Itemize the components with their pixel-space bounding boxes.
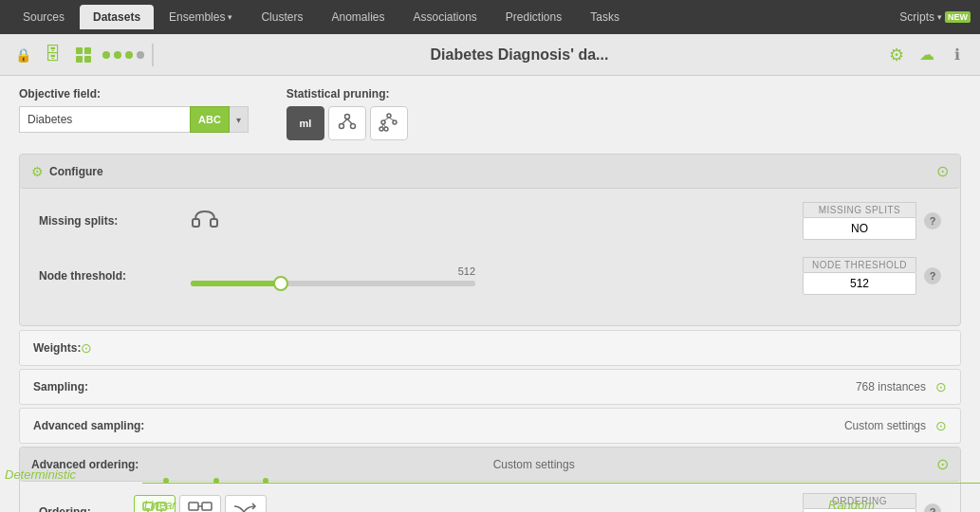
advanced-sampling-toggle-icon: ⊙ xyxy=(935,418,947,433)
missing-splits-field: MISSING SPLITS NO xyxy=(803,202,916,240)
sampling-value: 768 instances xyxy=(856,380,926,393)
sampling-section[interactable]: Sampling: 768 instances ⊙ xyxy=(19,369,961,405)
tree2-icon xyxy=(379,113,399,134)
svg-point-12 xyxy=(379,127,383,131)
svg-line-7 xyxy=(342,119,347,124)
ml-icon: ml xyxy=(299,118,311,129)
missing-splits-help[interactable]: ? xyxy=(924,212,941,229)
svg-rect-18 xyxy=(193,219,199,227)
linear-icon xyxy=(141,501,168,512)
nav-tab-ensembles[interactable]: Ensembles ▾ xyxy=(156,5,246,29)
svg-line-8 xyxy=(347,119,352,124)
nav-tab-anomalies[interactable]: Anomalies xyxy=(318,5,398,29)
progress-dots xyxy=(102,51,144,59)
advanced-sampling-label: Advanced sampling: xyxy=(33,419,144,432)
objective-field-label: Objective field: xyxy=(19,87,249,101)
pruning-ml-button[interactable]: ml xyxy=(287,106,324,140)
ordering-default-button[interactable] xyxy=(179,495,221,512)
settings-icon[interactable]: ⚙ xyxy=(885,44,908,66)
pruning-tree1-button[interactable] xyxy=(328,106,366,140)
slider-thumb[interactable] xyxy=(273,276,288,291)
svg-line-14 xyxy=(384,118,389,120)
select-dropdown-arrow[interactable]: ▾ xyxy=(230,106,249,133)
advanced-ordering-header[interactable]: Advanced ordering: Custom settings ⊙ xyxy=(20,448,960,482)
tree1-icon xyxy=(337,113,358,134)
abc-badge: ABC xyxy=(190,106,230,133)
dot-2 xyxy=(114,51,121,59)
scripts-button[interactable]: Scripts ▾ NEW xyxy=(899,10,971,24)
ordering-field-label: ORDERING xyxy=(803,493,916,508)
nav-tab-associations[interactable]: Associations xyxy=(399,5,490,29)
database-icon[interactable]: 🗄 xyxy=(42,44,65,66)
new-badge: NEW xyxy=(945,11,971,23)
random-icon xyxy=(232,501,259,512)
node-threshold-value: 512 xyxy=(803,272,916,295)
ordering-linear-button[interactable] xyxy=(134,495,176,512)
svg-rect-28 xyxy=(202,503,212,510)
lock-icon[interactable]: 🔒 xyxy=(11,44,34,66)
missing-splits-row: Missing splits: MISSING SPLITS NO xyxy=(39,202,941,240)
weights-toggle-icon: ⊙ xyxy=(81,340,92,356)
node-threshold-help[interactable]: ? xyxy=(924,267,941,284)
configure-panel: ⚙ Configure ⊙ Missing splits: xyxy=(19,154,961,326)
ordering-help[interactable]: ? xyxy=(924,503,941,512)
nav-tab-datasets[interactable]: Datasets xyxy=(80,5,154,29)
nav-tab-clusters[interactable]: Clusters xyxy=(248,5,316,29)
objective-input[interactable] xyxy=(19,106,190,133)
grid-icon[interactable] xyxy=(72,44,95,66)
svg-rect-3 xyxy=(84,56,91,63)
missing-splits-value: NO xyxy=(803,217,916,240)
objective-select: ABC ▾ xyxy=(19,106,249,133)
svg-rect-2 xyxy=(76,56,83,63)
nav-tab-tasks[interactable]: Tasks xyxy=(577,5,633,29)
svg-line-17 xyxy=(383,124,386,127)
advanced-ordering-panel: Advanced ordering: Custom settings ⊙ Ord… xyxy=(19,447,961,512)
configure-title: Configure xyxy=(49,165,103,178)
statistical-pruning-label: Statistical pruning: xyxy=(287,87,408,101)
nav-tab-sources[interactable]: Sources xyxy=(9,5,78,29)
svg-point-5 xyxy=(339,124,343,129)
svg-point-13 xyxy=(384,127,388,131)
pruning-tree2-button[interactable] xyxy=(370,106,408,140)
advanced-sampling-value: Custom settings xyxy=(844,419,926,432)
weights-section[interactable]: Weights: ⊙ xyxy=(19,330,961,366)
svg-point-11 xyxy=(393,120,397,124)
toolbar-actions: ⚙ ☁ ℹ xyxy=(885,44,969,66)
cloud-icon[interactable]: ☁ xyxy=(915,44,938,66)
node-threshold-label: Node threshold: xyxy=(39,269,191,283)
node-threshold-row: Node threshold: 512 NODE THRESHOLD 512 xyxy=(39,257,941,295)
svg-rect-20 xyxy=(143,503,153,510)
headphones-icon xyxy=(191,206,219,230)
configure-toggle-icon: ⊙ xyxy=(936,162,949,180)
missing-splits-label: Missing splits: xyxy=(39,214,191,228)
ordering-label: Ordering: xyxy=(39,505,134,512)
dataset-title: Diabetes Diagnosis' da... xyxy=(161,46,878,64)
sampling-label: Sampling: xyxy=(33,380,88,393)
configure-header[interactable]: ⚙ Configure ⊙ xyxy=(20,155,960,189)
missing-splits-icon xyxy=(191,206,219,236)
info-icon[interactable]: ℹ xyxy=(946,44,969,66)
nav-tab-predictions[interactable]: Predictions xyxy=(492,5,575,29)
nav-right: Scripts ▾ NEW xyxy=(899,10,971,24)
slider-track[interactable] xyxy=(191,281,475,286)
top-nav: Sources Datasets Ensembles ▾ Clusters An… xyxy=(0,0,980,34)
ordering-random-button[interactable] xyxy=(225,495,267,512)
svg-rect-22 xyxy=(157,503,166,510)
svg-rect-26 xyxy=(189,503,198,510)
node-threshold-field-label: NODE THRESHOLD xyxy=(803,257,916,272)
slider-fill xyxy=(191,281,276,286)
slider-value-label: 512 xyxy=(191,265,475,277)
weights-label: Weights: xyxy=(33,341,81,355)
toolbar: 🔒 🗄 Diabetes Diagnosis' da... ⚙ ☁ ℹ xyxy=(0,34,980,76)
ordering-row: Ordering: xyxy=(39,493,941,512)
node-threshold-slider-container: 512 xyxy=(191,265,475,286)
advanced-ordering-value: Custom settings xyxy=(493,458,575,471)
dot-4 xyxy=(137,51,144,59)
advanced-sampling-section[interactable]: Advanced sampling: Custom settings ⊙ xyxy=(19,408,961,444)
svg-point-9 xyxy=(387,114,391,118)
missing-splits-field-label: MISSING SPLITS xyxy=(803,202,916,217)
objective-field-group: Objective field: ABC ▾ xyxy=(19,87,249,133)
ordering-field: ORDERING Deterministic xyxy=(803,493,916,512)
statistical-pruning-group: Statistical pruning: ml xyxy=(287,87,408,140)
chevron-down-icon-scripts: ▾ xyxy=(937,12,942,22)
